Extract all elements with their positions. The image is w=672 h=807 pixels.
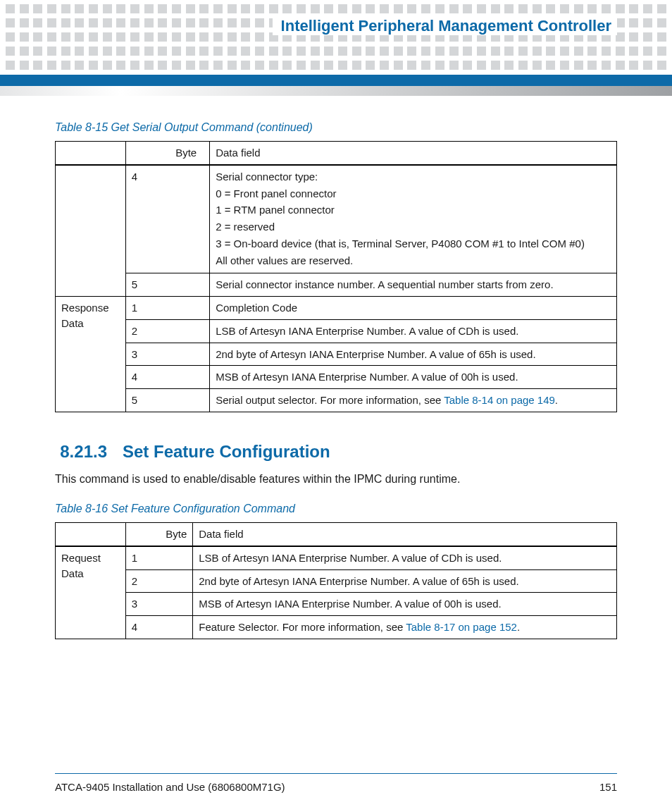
table-cell-data: Serial output selector. For more informa… [210, 389, 617, 412]
table-cell-data: MSB of Artesyn IANA Enterprise Number. A… [193, 593, 617, 616]
header-gradient-bar [0, 86, 672, 96]
table-cell-data: LSB of Artesyn IANA Enterprise Number. A… [193, 546, 617, 569]
table-cell-group-label: Request Data [56, 546, 126, 639]
table-header-datafield: Data field [210, 142, 617, 165]
decorative-dot-pattern [0, 0, 672, 70]
table-cell-line: 0 = Front panel connector [216, 186, 611, 202]
table-cell-byte: 3 [125, 593, 193, 616]
footer-doc-title: ATCA-9405 Installation and Use (6806800M… [55, 781, 285, 793]
table-cell-byte: 4 [125, 366, 210, 389]
table-cell-byte: 4 [125, 165, 210, 273]
table-cell-text: . [555, 394, 558, 406]
chapter-header-title: Intelligent Peripheral Management Contro… [273, 17, 617, 35]
table-cell-data: Completion Code [210, 297, 617, 320]
footer-page-number: 151 [599, 781, 617, 793]
table-cell-data: 2nd byte of Artesyn IANA Enterprise Numb… [210, 343, 617, 366]
table-cell-data: Feature Selector. For more information, … [193, 616, 617, 639]
table-cell-byte: 5 [125, 273, 210, 297]
table-cell-group-blank [56, 165, 126, 297]
section-title: Set Feature Configuration [123, 442, 330, 462]
table-cell-byte: 4 [125, 616, 193, 639]
table-8-16-caption: Table 8-16 Set Feature Configuration Com… [55, 503, 617, 515]
table-cell-line: Serial connector type: [216, 169, 611, 185]
table-cell-byte: 1 [125, 546, 193, 569]
table-cell-text: . [517, 621, 520, 633]
table-8-15-caption: Table 8-15 Get Serial Output Command (co… [55, 121, 617, 134]
cross-reference-link[interactable]: Table 8-14 on page 149 [444, 394, 555, 406]
table-cell-data: 2nd byte of Artesyn IANA Enterprise Numb… [193, 569, 617, 593]
table-cell-text: Serial output selector. For more informa… [216, 394, 444, 406]
table-header-blank [56, 523, 126, 546]
table-cell-data: Serial connector instance number. A sequ… [210, 273, 617, 297]
section-number: 8.21.3 [55, 442, 107, 462]
table-cell-data: Serial connector type: 0 = Front panel c… [210, 165, 617, 273]
table-cell-text: Feature Selector. For more information, … [199, 621, 406, 633]
table-cell-line: 2 = reserved [216, 219, 611, 235]
table-cell-group-label: Response Data [56, 297, 126, 412]
table-cell-byte: 2 [125, 569, 193, 593]
cross-reference-link[interactable]: Table 8-17 on page 152 [406, 621, 517, 633]
table-header-datafield: Data field [193, 523, 617, 546]
table-cell-byte: 2 [125, 319, 210, 343]
table-cell-byte: 3 [125, 343, 210, 366]
table-cell-line: 3 = On-board device (that is, Terminal S… [216, 236, 611, 252]
table-cell-byte: 5 [125, 389, 210, 412]
table-header-byte: Byte [125, 142, 210, 165]
table-cell-data: LSB of Artesyn IANA Enterprise Number. A… [210, 319, 617, 343]
section-body-text: This command is used to enable/disable f… [55, 472, 617, 487]
table-header-byte: Byte [125, 523, 193, 546]
header-blue-bar [0, 75, 672, 86]
table-cell-data: MSB of Artesyn IANA Enterprise Number. A… [210, 366, 617, 389]
table-header-blank [56, 142, 126, 165]
table-cell-line: All other values are reserved. [216, 253, 611, 269]
table-8-15: Byte Data field 4 Serial connector type:… [55, 141, 617, 412]
table-8-16: Byte Data field Request Data 1 LSB of Ar… [55, 522, 617, 639]
table-cell-byte: 1 [125, 297, 210, 320]
table-cell-line: 1 = RTM panel connector [216, 202, 611, 218]
